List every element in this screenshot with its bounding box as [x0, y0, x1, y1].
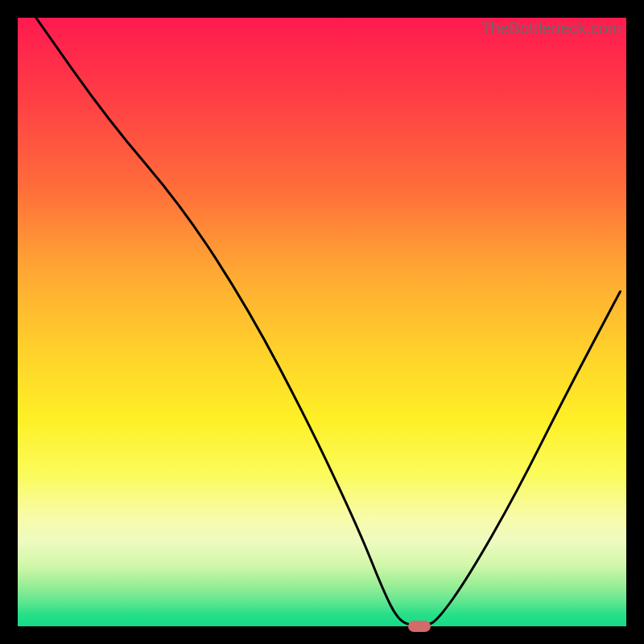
curve-path — [36, 18, 621, 626]
optimal-marker — [408, 621, 431, 632]
chart-frame: TheBottleneck.com — [0, 0, 644, 644]
bottleneck-curve — [18, 18, 626, 626]
chart-plot-area: TheBottleneck.com — [18, 18, 626, 626]
